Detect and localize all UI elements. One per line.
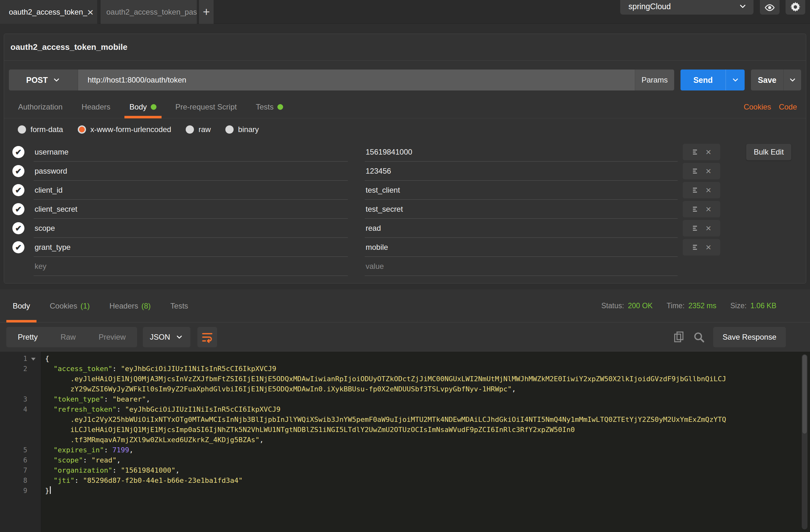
code-token: : <box>112 365 121 373</box>
fold-caret-icon[interactable] <box>27 394 41 404</box>
line-number: 9 <box>0 486 27 496</box>
send-options-button[interactable] <box>726 69 745 91</box>
delete-param-icon[interactable]: × <box>706 242 711 252</box>
view-mode-button[interactable]: Pretty <box>6 327 49 347</box>
code-link[interactable]: Code <box>779 102 797 111</box>
save-options-button[interactable] <box>783 69 801 91</box>
param-checkbox[interactable]: ✔ <box>12 222 25 234</box>
copy-response-button[interactable] <box>673 331 685 343</box>
code-token: , <box>146 395 150 403</box>
fold-caret-icon[interactable] <box>27 455 41 465</box>
param-value-input[interactable]: 15619841000 <box>365 143 678 162</box>
settings-button[interactable] <box>785 0 805 15</box>
request-tab[interactable]: Tests <box>251 96 288 118</box>
request-tab[interactable]: Headers <box>77 96 115 118</box>
delete-param-icon[interactable]: × <box>706 224 711 233</box>
meta-value: 2352 ms <box>688 302 716 310</box>
method-select[interactable]: POST <box>9 69 78 91</box>
param-checkbox[interactable]: ✔ <box>12 184 25 196</box>
url-input[interactable]: http://host1:8000/oauth/token <box>78 69 635 91</box>
send-button[interactable]: Send <box>680 69 726 91</box>
request-tab[interactable]: Authorization <box>13 96 68 118</box>
response-tab[interactable]: Cookies (1) <box>50 290 90 322</box>
param-checkbox[interactable]: ✔ <box>12 203 25 215</box>
menu-bars-icon[interactable] <box>692 148 699 156</box>
menu-bars-icon[interactable] <box>692 224 699 232</box>
close-tab-icon[interactable]: × <box>87 7 94 17</box>
param-value-input[interactable]: read <box>365 219 678 238</box>
cookies-link[interactable]: Cookies <box>744 102 771 111</box>
param-checkbox[interactable]: ✔ <box>12 146 25 158</box>
delete-param-icon[interactable]: × <box>706 205 711 214</box>
fold-caret-icon[interactable] <box>27 364 41 374</box>
code-token: iLCJleHAiOjE1NjQ1MjE1MjcsImp0aSI6IjNhZTk… <box>45 426 575 434</box>
fold-caret-icon[interactable] <box>27 374 41 384</box>
body-mode-radio[interactable]: raw <box>186 125 211 134</box>
bulk-edit-button[interactable]: Bulk Edit <box>746 144 791 160</box>
view-mode-button[interactable]: Preview <box>87 327 137 347</box>
response-format-select[interactable]: JSON <box>143 327 191 347</box>
request-tab[interactable]: Pre-request Script <box>171 96 242 118</box>
fold-caret-icon[interactable] <box>27 354 41 364</box>
param-key-input[interactable]: client_id <box>34 181 348 200</box>
param-value-input[interactable]: 123456 <box>365 162 678 181</box>
environment-select[interactable]: springCloud <box>620 0 754 15</box>
body-mode-radio[interactable]: form-data <box>18 125 63 134</box>
code-scrollbar[interactable] <box>802 354 808 530</box>
tab-oauth2-access-token-password[interactable]: oauth2_access_token_passv <box>101 0 197 24</box>
param-key: grant_type <box>35 243 70 252</box>
environment-quick-look-button[interactable] <box>760 0 779 15</box>
param-checkbox[interactable]: ✔ <box>12 165 25 177</box>
save-response-button[interactable]: Save Response <box>713 327 786 347</box>
param-key-input[interactable]: key <box>34 257 348 276</box>
body-mode-radio[interactable]: x-www-form-urlencoded <box>78 125 172 134</box>
view-mode-label: Pretty <box>18 333 38 341</box>
fold-caret-icon[interactable] <box>27 445 41 455</box>
delete-param-icon[interactable]: × <box>706 147 711 157</box>
code-line: .eyJleHAiOjE1NjQ0MjA3MjcsInVzZXJfbmFtZSI… <box>0 374 800 384</box>
params-button[interactable]: Params <box>635 69 674 91</box>
param-key-input[interactable]: scope <box>34 219 348 238</box>
fold-caret-icon[interactable] <box>27 404 41 415</box>
param-checkbox[interactable]: ✔ <box>12 241 25 253</box>
view-mode-label: Raw <box>61 333 76 341</box>
fold-caret-icon[interactable] <box>27 384 41 394</box>
menu-bars-icon[interactable] <box>692 243 699 251</box>
param-value-input[interactable]: test_secret <box>365 200 678 219</box>
wrap-text-button[interactable] <box>197 327 217 347</box>
request-tab[interactable]: Body <box>125 96 162 118</box>
param-key-input[interactable]: grant_type <box>34 238 348 257</box>
tab-oauth2-access-token[interactable]: oauth2_access_token_ × <box>0 0 98 24</box>
param-key-input[interactable]: username <box>34 143 348 162</box>
meta-value: 1.06 KB <box>750 302 776 310</box>
method-label: POST <box>26 76 48 85</box>
fold-caret-icon[interactable] <box>27 415 41 425</box>
response-tab[interactable]: Tests <box>171 290 188 322</box>
view-mode-button[interactable]: Raw <box>49 327 87 347</box>
fold-caret-icon[interactable] <box>27 425 41 435</box>
delete-param-icon[interactable]: × <box>706 186 711 195</box>
code-token: .eyJ1c2VyX25hbWUiOiIxNTYxOTg0MTAwMCIsInN… <box>45 416 726 423</box>
menu-bars-icon[interactable] <box>692 167 699 175</box>
param-value-input[interactable]: test_client <box>365 181 678 200</box>
param-value-input[interactable]: mobile <box>365 238 678 257</box>
param-key-input[interactable]: client_secret <box>34 200 348 219</box>
delete-param-icon[interactable]: × <box>706 166 711 176</box>
param-key-input[interactable]: password <box>34 162 348 181</box>
response-tab[interactable]: Body <box>13 290 30 322</box>
fold-caret-icon[interactable] <box>27 435 41 445</box>
search-response-button[interactable] <box>693 331 705 343</box>
new-tab-button[interactable]: + <box>199 0 214 24</box>
tab-label: oauth2_access_token_passv <box>106 7 197 16</box>
param-value-input[interactable]: value <box>365 257 678 276</box>
save-button[interactable]: Save <box>751 69 783 91</box>
line-number: 3 <box>0 394 27 404</box>
code-text: zY29wZSI6WyJyZWFkIl0sIm9yZ2FuaXphdGlvbiI… <box>41 384 516 394</box>
fold-caret-icon[interactable] <box>27 465 41 475</box>
body-mode-radio[interactable]: binary <box>225 125 259 134</box>
menu-bars-icon[interactable] <box>692 205 699 213</box>
fold-caret-icon[interactable] <box>27 475 41 486</box>
menu-bars-icon[interactable] <box>692 186 699 194</box>
fold-caret-icon[interactable] <box>27 486 41 496</box>
response-tab[interactable]: Headers (8) <box>110 290 151 322</box>
